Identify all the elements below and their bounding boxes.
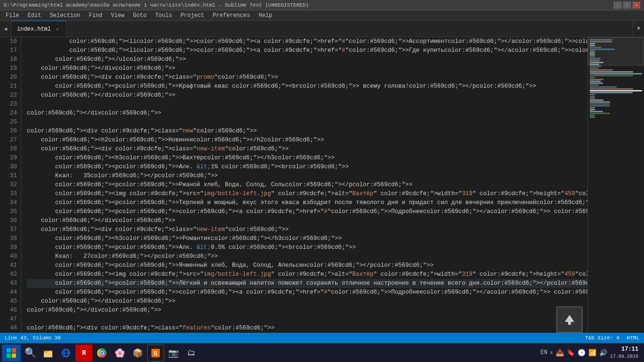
system-tray: EN ⇅ 📥 🔖 🕒 📶 🔊 17:11 17.09.2016: [537, 346, 642, 360]
line-number: 30: [0, 163, 17, 172]
line-number: 41: [0, 261, 17, 270]
title-controls[interactable]: ─ □ ✕: [614, 2, 640, 8]
code-line: color:#569cd6;"></divcolor:#569cd6;">>: [27, 64, 587, 73]
code-line: color:#569cd6;"><licolor:#569cd6;">>colo…: [27, 46, 587, 55]
code-line: color:#569cd6;"><pcolor:#569cd6;">>Крафт…: [27, 82, 587, 91]
line-number: 25: [0, 118, 17, 127]
code-line: [27, 315, 587, 324]
taskbar-yandex[interactable]: Я: [75, 345, 92, 362]
minimap-line: [590, 90, 642, 91]
minimap[interactable]: [587, 37, 644, 333]
tab-label: index.html: [17, 26, 51, 33]
scroll-to-top-button[interactable]: [556, 306, 583, 333]
code-line: color:#569cd6;"><h2color:#569cd6;">>Нови…: [27, 136, 587, 145]
line-number: 44: [0, 288, 17, 297]
minimap-line: [590, 60, 600, 61]
minimap-line: [590, 45, 595, 46]
taskbar-folder[interactable]: 🗂: [183, 345, 200, 362]
editor-container: 1617181920212223242526272829303132333435…: [0, 37, 644, 333]
code-line: color:#569cd6;"><div color:#9cdcfe;">cla…: [27, 127, 587, 136]
minimap-line: [590, 103, 610, 105]
taskbar-app1[interactable]: 🌸: [111, 345, 128, 362]
line-number: 37: [0, 225, 17, 234]
minimap-line: [590, 69, 613, 71]
menu-file[interactable]: File: [2, 11, 23, 20]
taskbar-ie[interactable]: [58, 345, 74, 362]
code-area[interactable]: color:#569cd6;"><licolor:#569cd6;">>colo…: [21, 37, 587, 333]
code-line: color:#569cd6;"><pcolor:#569cd6;">>Ржано…: [27, 181, 587, 189]
minimap-line: [590, 81, 601, 82]
tray-icon2: 🔖: [567, 349, 575, 357]
tab-nav-left[interactable]: ◀: [0, 21, 11, 37]
status-left: Line 43, Column 30: [5, 335, 61, 341]
code-line: color:#569cd6;"><pcolor:#569cd6;">>Алк. …: [27, 243, 587, 252]
line-number: 21: [0, 82, 17, 91]
svg-rect-2: [7, 348, 11, 353]
file-manager-icon: [43, 348, 53, 358]
code-line: color:#569cd6;"><img color:#9cdcfe;">src…: [27, 189, 587, 198]
code-line: color:#569cd6;"></divcolor:#569cd6;">>: [27, 91, 587, 100]
code-line: color:#569cd6;"><h3color:#569cd6;">>Вахт…: [27, 154, 587, 163]
status-bar: Line 43, Column 30 Tab Size: 4 HTML: [0, 333, 644, 343]
line-number: 27: [0, 136, 17, 145]
maximize-button[interactable]: □: [623, 2, 631, 8]
menu-goto[interactable]: Goto: [129, 11, 150, 20]
code-line: color:#569cd6;"><pcolor:#569cd6;">>Лёгки…: [27, 279, 587, 288]
minimap-line: [590, 86, 617, 88]
menu-find[interactable]: Find: [85, 11, 106, 20]
minimap-line: [590, 47, 602, 48]
line-number: 19: [0, 64, 17, 73]
minimap-line: [590, 94, 595, 95]
svg-text:S: S: [154, 350, 157, 357]
menu-view[interactable]: View: [107, 11, 128, 20]
close-button[interactable]: ✕: [633, 2, 640, 8]
cursor-position: Line 43, Column 30: [5, 335, 61, 341]
minimap-line: [590, 56, 595, 58]
minimize-button[interactable]: ─: [614, 2, 621, 8]
line-number: 35: [0, 207, 17, 216]
menu-project[interactable]: Project: [177, 11, 208, 20]
line-number: 22: [0, 91, 17, 100]
line-number: 29: [0, 154, 17, 163]
taskbar-chrome[interactable]: [93, 345, 110, 362]
minimap-line: [590, 71, 633, 73]
taskbar-camera[interactable]: 📷: [165, 345, 182, 362]
line-number: 23: [0, 100, 17, 109]
line-number: 31: [0, 172, 17, 181]
minimap-line: [590, 107, 595, 108]
minimap-line: [590, 109, 595, 110]
menu-edit[interactable]: Edit: [24, 11, 45, 20]
svg-rect-8: [44, 351, 48, 353]
line-number: 40: [0, 252, 17, 261]
tab-size[interactable]: Tab Size: 4: [585, 335, 619, 341]
minimap-line: [590, 64, 599, 65]
taskbar-search[interactable]: 🔍: [22, 345, 39, 362]
line-number: 26: [0, 127, 17, 136]
chrome-icon: [97, 348, 107, 358]
minimap-line: [590, 43, 595, 44]
tab-index-html[interactable]: index.html ✕: [11, 21, 66, 37]
menu-preferences[interactable]: Preferences: [209, 11, 254, 20]
taskbar-sublime[interactable]: S: [147, 345, 164, 362]
taskbar-file-manager[interactable]: [40, 345, 57, 362]
clock-display: 17:11 17.09.2016: [610, 346, 638, 360]
start-button[interactable]: [2, 345, 21, 362]
tab-close-button[interactable]: ✕: [55, 26, 60, 33]
code-line: color:#569cd6;"></divcolor:#569cd6;">>: [27, 109, 587, 118]
menu-help[interactable]: Help: [255, 11, 276, 20]
line-number: 16: [0, 37, 17, 46]
minimap-line: [590, 52, 595, 54]
menu-selection[interactable]: Selection: [46, 11, 84, 20]
taskbar-app2[interactable]: 📦: [129, 345, 146, 362]
minimap-line: [590, 58, 601, 59]
tab-nav-right[interactable]: ▼: [633, 21, 644, 37]
tray-icon3: 🕒: [578, 349, 586, 357]
code-line: color:#569cd6;"><pcolor:#569cd6;">>Ячмен…: [27, 261, 587, 270]
tray-icon4: 📶: [588, 349, 596, 357]
menu-tools[interactable]: Tools: [151, 11, 176, 20]
line-number: 36: [0, 216, 17, 225]
minimap-line: [590, 92, 633, 93]
syntax-indicator[interactable]: HTML: [627, 335, 639, 341]
sublime-icon: S: [150, 348, 161, 358]
minimap-line: [590, 82, 603, 84]
